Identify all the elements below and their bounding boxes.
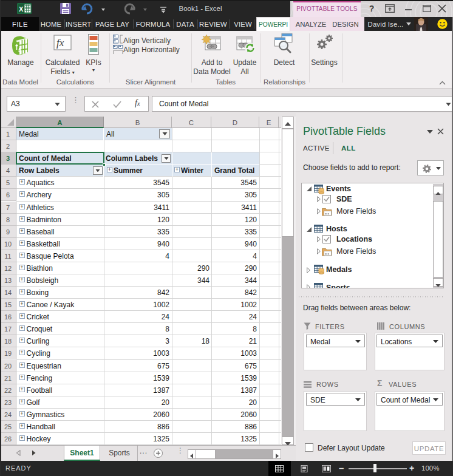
- svg-text:fx: fx: [56, 37, 64, 49]
- svg-text:X: X: [19, 5, 24, 13]
